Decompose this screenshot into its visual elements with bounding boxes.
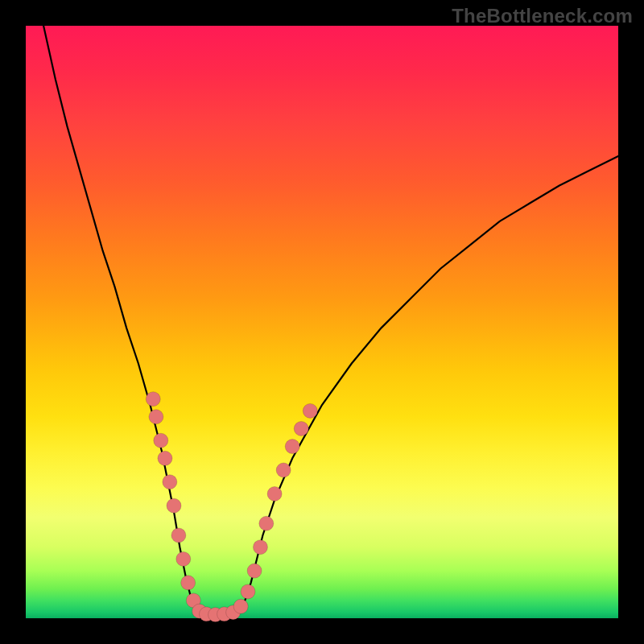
marker-dot (253, 540, 267, 555)
marker-dot (285, 440, 299, 454)
marker-dot (163, 475, 177, 489)
watermark-text: TheBottleneck.com (452, 5, 633, 27)
marker-dot (149, 410, 163, 424)
chart-frame: TheBottleneck.com (0, 0, 644, 644)
marker-dot (247, 564, 262, 578)
marker-dot (303, 403, 317, 418)
marker-dot (241, 584, 255, 599)
marker-dot (181, 576, 196, 590)
marker-dot (276, 463, 291, 477)
marker-dot (176, 551, 191, 566)
plot-area (26, 26, 618, 618)
marker-dot (146, 392, 160, 407)
curve-right-branch (239, 156, 618, 613)
marker-dot (259, 516, 274, 530)
marker-dot (171, 528, 186, 543)
marker-dot (233, 599, 248, 613)
marker-dot (154, 433, 168, 448)
marker-dot (158, 451, 172, 465)
marker-dot (167, 498, 181, 513)
curve-left-branch (43, 26, 197, 613)
marker-dots (146, 392, 317, 622)
marker-dot (294, 421, 308, 436)
marker-dot (267, 486, 282, 501)
chart-svg (26, 26, 618, 618)
